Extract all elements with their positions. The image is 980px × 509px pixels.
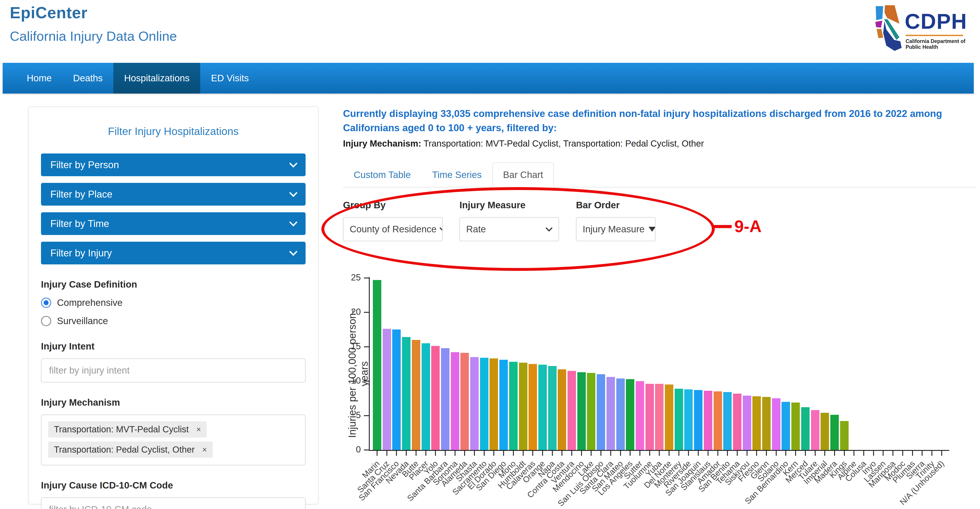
bar-los-angeles[interactable] bbox=[626, 379, 634, 450]
injury-measure-control: Injury Measure Rate bbox=[460, 200, 559, 241]
bar-glenn[interactable] bbox=[762, 397, 771, 450]
bar-napa[interactable] bbox=[548, 366, 557, 450]
filter-name: Injury Mechanism: bbox=[343, 138, 421, 148]
bar-san-diego[interactable] bbox=[500, 360, 508, 450]
nav-item-ed-visits[interactable]: ED Visits bbox=[200, 63, 259, 94]
x-axis-tick bbox=[883, 451, 883, 456]
bar-riverside[interactable] bbox=[684, 390, 693, 450]
icd-code-input[interactable] bbox=[41, 498, 305, 509]
bar-san-bernardino[interactable] bbox=[781, 402, 790, 450]
bar-siskiyou[interactable] bbox=[743, 396, 751, 450]
bar-mono[interactable] bbox=[509, 362, 518, 450]
x-axis-tick bbox=[532, 451, 533, 456]
accordion-filter-by-place[interactable]: Filter by Place bbox=[41, 183, 305, 205]
accordion-filter-by-injury[interactable]: Filter by Injury bbox=[41, 242, 305, 264]
tab-custom-table[interactable]: Custom Table bbox=[343, 162, 422, 187]
nav-item-home[interactable]: Home bbox=[16, 63, 62, 94]
x-axis-tick bbox=[853, 451, 854, 456]
bar-contra-costa[interactable] bbox=[558, 369, 566, 450]
california-state-icon bbox=[873, 5, 902, 52]
bar-santa-clara[interactable] bbox=[606, 377, 615, 450]
remove-tag-icon[interactable]: × bbox=[196, 425, 201, 433]
bar-order-select[interactable]: Injury Measure bbox=[576, 217, 655, 241]
bar-fresno[interactable] bbox=[752, 396, 761, 450]
tab-bar-chart[interactable]: Bar Chart bbox=[492, 162, 554, 187]
injury-measure-select[interactable]: Rate bbox=[460, 217, 559, 241]
bar-yuba[interactable] bbox=[655, 384, 663, 450]
bar-tehama[interactable] bbox=[733, 394, 741, 450]
logo-caption-line1: California Department of bbox=[905, 38, 967, 44]
bar-lake[interactable] bbox=[587, 373, 595, 450]
nav-item-deaths[interactable]: Deaths bbox=[62, 63, 113, 94]
accordion-label: Filter by Place bbox=[50, 189, 113, 200]
bar-sonoma[interactable] bbox=[451, 352, 459, 450]
x-axis-tick bbox=[737, 451, 738, 456]
y-axis-tick-label: 25 bbox=[339, 272, 361, 282]
bar-order-value: Injury Measure bbox=[583, 224, 644, 235]
accordion-filter-by-person[interactable]: Filter by Person bbox=[41, 153, 305, 176]
bar-marin[interactable] bbox=[373, 280, 381, 450]
cdph-logo: CDPH California Department of Public Hea… bbox=[873, 5, 967, 58]
accordion-filter-by-time[interactable]: Filter by Time bbox=[41, 212, 305, 235]
app-subtitle: California Injury Data Online bbox=[10, 29, 177, 44]
nav-item-hospitalizations[interactable]: Hospitalizations bbox=[113, 63, 200, 94]
bar-yolo[interactable] bbox=[431, 346, 440, 450]
group-by-value: County of Residence bbox=[350, 224, 436, 235]
bar-placer[interactable] bbox=[422, 343, 430, 450]
cdph-acronym: CDPH bbox=[905, 11, 967, 32]
bar-sacramento[interactable] bbox=[480, 358, 488, 450]
bar-order-label: Bar Order bbox=[576, 200, 655, 210]
injury-intent-input[interactable] bbox=[41, 358, 305, 382]
radio-surveillance[interactable]: Surveillance bbox=[41, 316, 305, 326]
results-summary: Currently displaying 33,035 comprehensiv… bbox=[343, 107, 960, 135]
chevron-down-icon bbox=[290, 218, 298, 227]
bar-san-mateo[interactable] bbox=[616, 379, 625, 450]
accordion-label: Filter by Person bbox=[50, 159, 119, 170]
remove-tag-icon[interactable]: × bbox=[202, 446, 207, 454]
bar-calaveras[interactable] bbox=[528, 364, 537, 450]
radio-comprehensive[interactable]: Comprehensive bbox=[41, 297, 305, 308]
bar-ventura[interactable] bbox=[568, 371, 576, 450]
bar-el-dorado[interactable] bbox=[490, 358, 498, 450]
bar-sutter[interactable] bbox=[636, 381, 644, 450]
icd-code-label: Injury Cause ICD-10-CM Code bbox=[41, 480, 305, 491]
bar-del-norte[interactable] bbox=[665, 385, 673, 450]
bar-imperial[interactable] bbox=[821, 413, 829, 450]
bar-tulare[interactable] bbox=[811, 410, 819, 450]
bar-butte[interactable] bbox=[412, 340, 420, 450]
bar-santa-barbara[interactable] bbox=[441, 348, 449, 450]
bar-amador[interactable] bbox=[714, 391, 722, 450]
y-axis-tick-label: 0 bbox=[339, 444, 361, 455]
bar-humboldt[interactable] bbox=[519, 363, 527, 450]
x-axis-tick bbox=[795, 451, 796, 456]
bar-san-benito[interactable] bbox=[723, 392, 732, 450]
bar-san-francisco[interactable] bbox=[392, 329, 401, 450]
bar-kern[interactable] bbox=[791, 402, 800, 450]
filter-sidebar: Filter Injury Hospitalizations Filter by… bbox=[28, 107, 318, 504]
injury-measure-label: Injury Measure bbox=[460, 200, 559, 210]
bar-alameda[interactable] bbox=[460, 353, 469, 450]
injury-mechanism-box[interactable]: Transportation: MVT-Pedal Cyclist × Tran… bbox=[41, 415, 305, 465]
x-axis-tick bbox=[708, 451, 708, 456]
bar-nevada[interactable] bbox=[402, 337, 410, 450]
bar-tuolumne[interactable] bbox=[646, 384, 654, 450]
bar-santa-cruz[interactable] bbox=[383, 329, 391, 450]
bar-san-joaquin[interactable] bbox=[694, 390, 703, 450]
bar-kings[interactable] bbox=[840, 421, 849, 450]
x-axis-tick bbox=[902, 451, 903, 456]
bar-orange[interactable] bbox=[538, 365, 547, 450]
bar-shasta[interactable] bbox=[470, 357, 479, 450]
filter-value: Transportation: MVT-Pedal Cyclist, Trans… bbox=[421, 138, 704, 148]
bar-merced[interactable] bbox=[801, 407, 810, 450]
x-axis-tick bbox=[377, 451, 377, 456]
tab-time-series[interactable]: Time Series bbox=[422, 162, 492, 187]
bar-solano[interactable] bbox=[772, 398, 780, 450]
bar-mendocino[interactable] bbox=[577, 372, 586, 450]
x-axis-tick bbox=[542, 451, 543, 456]
bar-madera[interactable] bbox=[830, 415, 839, 450]
bar-stanislaus[interactable] bbox=[704, 391, 712, 450]
bar-monterey[interactable] bbox=[675, 389, 683, 450]
chevron-down-icon bbox=[290, 189, 298, 197]
group-by-select[interactable]: County of Residence bbox=[343, 217, 442, 241]
bar-san-luis-obispo[interactable] bbox=[597, 374, 605, 450]
